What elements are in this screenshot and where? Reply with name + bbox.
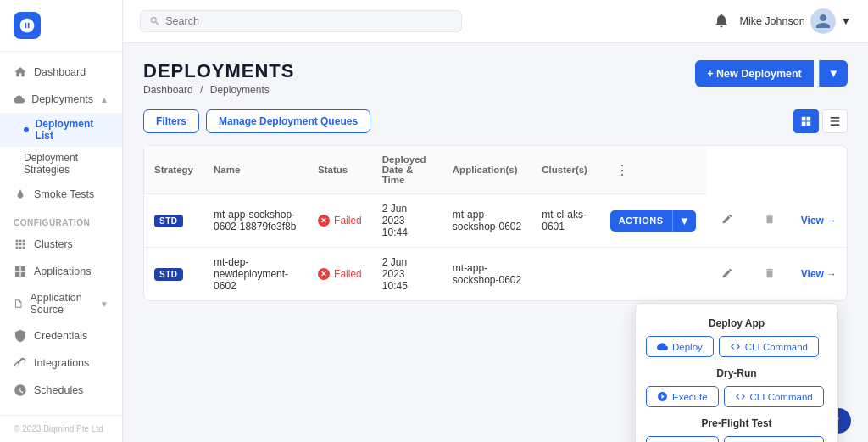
- row2-edit: [706, 248, 748, 301]
- search-box[interactable]: [140, 10, 462, 32]
- deploy-icon: [657, 341, 668, 352]
- edit-icon: [721, 267, 733, 279]
- col-date: Deployed Date & Time: [372, 146, 442, 194]
- app-logo[interactable]: [14, 12, 41, 39]
- sidebar-item-schedules-label: Schedules: [34, 384, 83, 396]
- grid-view-button[interactable]: [793, 109, 819, 133]
- sidebar-item-deployment-list-label: Deployment List: [36, 118, 108, 142]
- filters-button[interactable]: Filters: [143, 109, 199, 133]
- column-options-button[interactable]: ⋮: [610, 160, 634, 180]
- col-strategy: Strategy: [144, 146, 203, 194]
- sidebar-item-deployment-strategies[interactable]: Deployment Strategies: [0, 147, 122, 181]
- deploy-button[interactable]: Deploy: [646, 336, 714, 357]
- sidebar-item-dashboard-label: Dashboard: [34, 66, 86, 78]
- header-actions: + New Deployment ▼: [695, 60, 848, 87]
- row1-name: mt-app-sockshop-0602-18879fe3f8b: [203, 194, 308, 248]
- app-source-icon: [14, 297, 23, 311]
- active-dot: [24, 127, 29, 132]
- row1-date: 2 Jun 2023 10:44: [372, 194, 442, 248]
- col-actions-header: ⋮: [600, 146, 706, 194]
- topbar-right: Mike Johnson ▼: [713, 8, 852, 34]
- breadcrumb-root[interactable]: Dashboard: [143, 84, 193, 96]
- new-deployment-button[interactable]: + New Deployment: [695, 60, 814, 87]
- delete-button[interactable]: [759, 264, 781, 285]
- sidebar-item-credentials-label: Credentials: [34, 330, 87, 342]
- edit-button[interactable]: [716, 264, 738, 285]
- clusters-icon: [14, 238, 27, 251]
- sidebar-item-dashboard[interactable]: Dashboard: [0, 59, 122, 86]
- actions-dropdown-button[interactable]: ▼: [672, 210, 696, 232]
- new-deployment-dropdown-button[interactable]: ▼: [819, 60, 848, 87]
- dry-run-execute-button[interactable]: Execute: [646, 386, 719, 407]
- sidebar-item-integrations[interactable]: Integrations: [0, 350, 122, 377]
- deployments-table: Strategy Name Status Deployed Date & Tim…: [143, 145, 848, 301]
- app-source-chevron-icon: ▼: [100, 299, 108, 309]
- deploy-app-title: Deploy App: [636, 311, 837, 333]
- search-icon: [149, 15, 160, 27]
- row2-view[interactable]: View →: [791, 248, 847, 301]
- deployments-icon: [14, 92, 25, 106]
- status-failed-icon: ✕: [318, 215, 330, 227]
- view-arrow-icon: →: [826, 215, 837, 227]
- row2-status: ✕ Failed: [308, 248, 372, 301]
- row2-delete: [748, 248, 791, 301]
- dry-run-actions: Execute CLI Command: [636, 383, 837, 411]
- sidebar-item-clusters[interactable]: Clusters: [0, 231, 122, 258]
- sidebar-item-schedules[interactable]: Schedules: [0, 377, 122, 404]
- sidebar-item-smoke-tests[interactable]: Smoke Tests: [0, 181, 122, 208]
- table-header-row: Strategy Name Status Deployed Date & Tim…: [144, 146, 847, 194]
- user-avatar: [810, 8, 836, 34]
- delete-button[interactable]: [759, 210, 781, 231]
- breadcrumb: Dashboard / Deployments: [143, 84, 294, 96]
- row1-edit: [706, 194, 748, 248]
- notifications-bell[interactable]: [713, 12, 730, 31]
- sidebar-item-clusters-label: Clusters: [34, 238, 73, 250]
- edit-button[interactable]: [716, 210, 738, 231]
- sidebar-item-application-source[interactable]: Application Source ▼: [0, 285, 122, 322]
- dry-run-title: Dry-Run: [636, 361, 837, 383]
- row2-application: mt-app-sockshop-0602: [442, 248, 531, 301]
- main-area: Mike Johnson ▼ DEPLOYMENTS Dashboard / D…: [123, 0, 868, 442]
- view-toggle: [793, 109, 848, 133]
- preflight-cli-button[interactable]: CLI Command: [724, 436, 824, 442]
- search-input[interactable]: [165, 15, 453, 27]
- applications-icon: [14, 265, 27, 278]
- deployments-chevron-icon: ▲: [100, 95, 108, 104]
- preflight-execute-button[interactable]: Execute: [646, 436, 719, 442]
- delete-icon: [764, 267, 776, 279]
- strategy-badge: STD: [154, 215, 183, 227]
- row2-cluster: [531, 248, 599, 301]
- row1-application: mt-app-sockshop-0602: [442, 194, 531, 248]
- strategy-badge: STD: [154, 268, 183, 281]
- preflight-title: Pre-Flight Test: [636, 411, 837, 433]
- sidebar-item-deployment-list[interactable]: Deployment List: [0, 113, 122, 147]
- preflight-actions: Execute CLI Command: [636, 433, 837, 442]
- schedules-icon: [14, 383, 27, 397]
- sidebar-item-credentials[interactable]: Credentials: [0, 322, 122, 350]
- row2-date: 2 Jun 2023 10:45: [372, 248, 442, 301]
- page-title: DEPLOYMENTS: [143, 60, 294, 82]
- edit-icon: [721, 213, 733, 225]
- sidebar-item-deployments[interactable]: Deployments ▲: [0, 86, 122, 113]
- user-menu[interactable]: Mike Johnson ▼: [740, 8, 852, 34]
- sidebar-item-deployments-label: Deployments: [31, 93, 93, 105]
- credentials-icon: [14, 329, 27, 343]
- topbar: Mike Johnson ▼: [123, 0, 868, 43]
- deploy-cli-button[interactable]: CLI Command: [719, 336, 819, 357]
- title-area: DEPLOYMENTS Dashboard / Deployments: [143, 60, 294, 96]
- actions-button[interactable]: ACTIONS: [610, 210, 672, 232]
- row2-status-text: Failed: [334, 268, 362, 280]
- manage-queues-button[interactable]: Manage Deployment Queues: [206, 109, 370, 133]
- row1-status-text: Failed: [334, 215, 362, 227]
- sidebar-item-applications-label: Applications: [34, 266, 91, 277]
- toolbar-row: Filters Manage Deployment Queues: [143, 109, 848, 133]
- list-view-button[interactable]: [822, 109, 848, 133]
- row1-view[interactable]: View →: [791, 194, 847, 248]
- sidebar: Dashboard Deployments ▲ Deployment List …: [0, 0, 123, 442]
- main-content: DEPLOYMENTS Dashboard / Deployments + Ne…: [123, 43, 868, 442]
- row1-cluster: mt-cl-aks-0601: [531, 194, 599, 248]
- sidebar-item-applications[interactable]: Applications: [0, 258, 122, 285]
- dry-run-cli-button[interactable]: CLI Command: [724, 386, 824, 407]
- sidebar-item-integrations-label: Integrations: [34, 357, 89, 369]
- table-row: STD mt-dep-newdeployment-0602 ✕ Failed 2…: [144, 248, 847, 301]
